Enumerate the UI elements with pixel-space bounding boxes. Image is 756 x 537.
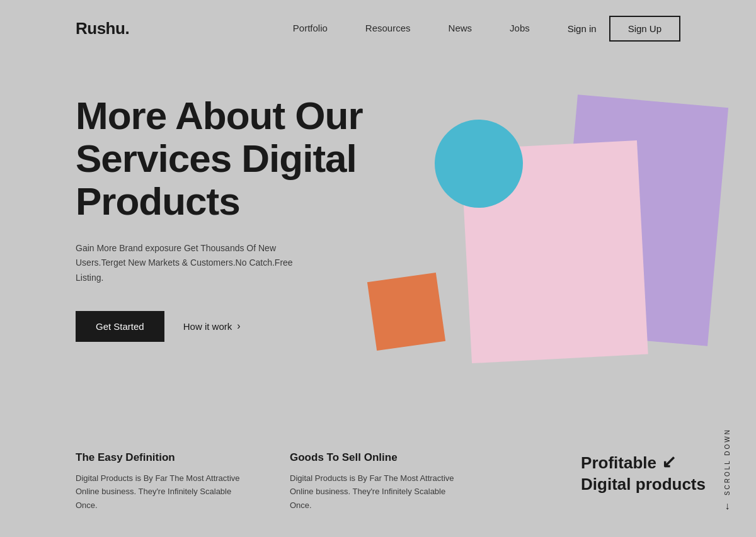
- bottom-card-1: The Easy Definition Digital Products is …: [76, 451, 252, 512]
- nav-item-portfolio[interactable]: Portfolio: [293, 23, 328, 34]
- profitable-text: Profitable ↙ Digital products: [581, 451, 706, 495]
- nav-link-resources[interactable]: Resources: [365, 23, 411, 33]
- card-2-text: Digital Products is By Far The Most Attr…: [290, 472, 466, 512]
- scroll-down-indicator: SCROLL DOWN ↓: [724, 428, 731, 512]
- nav-item-jobs[interactable]: Jobs: [510, 23, 530, 34]
- decorative-shapes: [372, 69, 737, 472]
- hero-text-block: More About Our Services Digital Products…: [76, 94, 403, 342]
- teal-circle: [435, 120, 523, 208]
- profitable-section: Profitable ↙ Digital products: [581, 451, 706, 495]
- nav-link-jobs[interactable]: Jobs: [510, 23, 530, 33]
- arrow-right-icon: ›: [237, 320, 240, 332]
- navbar: Rushu. Portfolio Resources News Jobs Sig…: [0, 0, 756, 57]
- nav-auth: Sign in Sign Up: [568, 16, 680, 42]
- signup-button[interactable]: Sign Up: [609, 16, 680, 42]
- scroll-down-arrow-icon: ↓: [725, 500, 730, 512]
- scroll-down-label: SCROLL DOWN: [724, 428, 731, 495]
- hero-heading: More About Our Services Digital Products: [76, 94, 403, 223]
- nav-link-news[interactable]: News: [449, 23, 472, 33]
- nav-item-resources[interactable]: Resources: [365, 23, 411, 34]
- profitable-line1: Profitable: [581, 453, 656, 473]
- card-1-title: The Easy Definition: [76, 451, 252, 464]
- card-2-title: Goods To Sell Online: [290, 451, 466, 464]
- hero-buttons: Get Started How it work ›: [76, 311, 403, 342]
- get-started-button[interactable]: Get Started: [76, 311, 164, 342]
- profitable-line2: Digital products: [581, 475, 706, 494]
- card-1-text: Digital Products is By Far The Most Attr…: [76, 472, 252, 512]
- nav-link-portfolio[interactable]: Portfolio: [293, 23, 328, 33]
- chart-icon: ↙: [662, 451, 676, 473]
- hero-subtext: Gain More Brand exposure Get Thousands O…: [76, 241, 315, 286]
- nav-item-news[interactable]: News: [449, 23, 472, 34]
- hero-section: More About Our Services Digital Products…: [0, 57, 756, 537]
- how-it-works-button[interactable]: How it work ›: [183, 320, 241, 332]
- signin-button[interactable]: Sign in: [568, 23, 597, 34]
- how-it-works-label: How it work: [183, 321, 232, 332]
- bottom-card-2: Goods To Sell Online Digital Products is…: [290, 451, 466, 512]
- brand-logo[interactable]: Rushu.: [76, 19, 129, 38]
- nav-links: Portfolio Resources News Jobs: [293, 23, 530, 34]
- bottom-section: The Easy Definition Digital Products is …: [76, 451, 706, 512]
